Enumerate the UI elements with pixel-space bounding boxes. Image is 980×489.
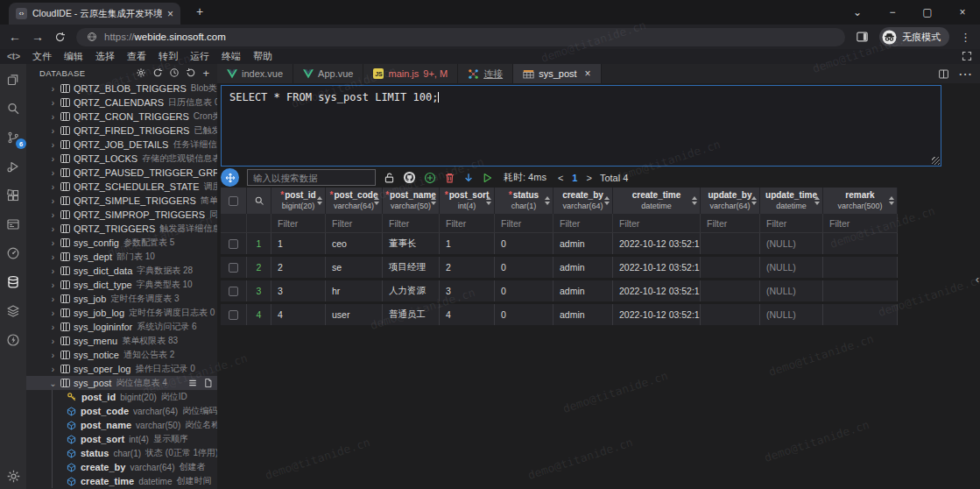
column-header-create_time[interactable]: create_time datetime xyxy=(613,188,701,214)
tree-column-create_time[interactable]: create_time datetime 创建时间 xyxy=(26,474,217,488)
github-icon[interactable] xyxy=(403,171,416,184)
table-row[interactable]: 33hr人力资源30admin2022-10-12 03:52:12(NULL) xyxy=(221,280,898,301)
tree-column-post_id[interactable]: post_id bigint(20) 岗位ID xyxy=(26,390,217,404)
table-row[interactable]: 44user普通员工40admin2022-10-12 03:52:12(NUL… xyxy=(221,304,898,325)
tree-item-sys_notice[interactable]: › sys_notice 通知公告表 2 xyxy=(26,348,217,362)
tree-column-post_sort[interactable]: post_sort int(4) 显示顺序 xyxy=(26,432,217,446)
database-icon[interactable] xyxy=(4,273,22,291)
browser-menu-icon[interactable]: ⋮ xyxy=(960,31,971,44)
tab-main-js[interactable]: JS main.js 9+, M xyxy=(363,64,458,83)
reload-icon[interactable] xyxy=(54,32,66,43)
tree-item-sys_logininfor[interactable]: › sys_logininfor 系统访问记录 6 xyxy=(26,320,217,334)
table-row[interactable]: 11ceo董事长10admin2022-10-12 03:52:12(NULL) xyxy=(221,233,898,254)
delete-row-icon[interactable] xyxy=(444,172,455,184)
cell-post_name[interactable]: 普通员工 xyxy=(383,304,440,325)
sort-icon[interactable] xyxy=(751,196,757,205)
search-input[interactable] xyxy=(247,169,376,186)
explorer-icon[interactable] xyxy=(4,71,22,89)
cell-post_name[interactable]: 董事长 xyxy=(383,233,440,254)
cell-post_sort[interactable]: 3 xyxy=(440,280,495,301)
run-debug-icon[interactable] xyxy=(4,158,22,175)
tree-item-sys_job[interactable]: › sys_job 定时任务调度表 3 xyxy=(26,292,217,306)
menu-item-edit[interactable]: 编辑 xyxy=(58,50,89,63)
menu-item-terminal[interactable]: 终端 xyxy=(215,50,247,63)
filter-input-create_time[interactable]: Filter xyxy=(613,214,701,233)
column-header-status[interactable]: *status char(1) xyxy=(495,188,553,214)
column-header-post_code[interactable]: *post_code varchar(64) xyxy=(326,188,383,214)
run-query-icon[interactable] xyxy=(482,172,493,184)
webview-icon[interactable] xyxy=(4,216,22,233)
cell-post_id[interactable]: 1 xyxy=(271,233,326,254)
add-connection-icon[interactable]: + xyxy=(202,67,209,80)
sidebar-gear-icon[interactable] xyxy=(136,67,146,78)
sort-icon[interactable] xyxy=(604,196,610,205)
tab-index-vue[interactable]: index.vue xyxy=(217,64,293,83)
column-header-update_by[interactable]: update_by varchar(64) xyxy=(701,188,760,214)
tree-item-sys_job_log[interactable]: › sys_job_log 定时任务调度日志表 0 xyxy=(26,306,217,320)
sort-icon[interactable] xyxy=(545,196,550,205)
close-icon[interactable]: × xyxy=(585,67,591,80)
row-select-cell[interactable] xyxy=(221,304,247,325)
cell-post_id[interactable]: 4 xyxy=(271,304,326,325)
filter-input-post_id[interactable]: Filter xyxy=(271,214,326,233)
download-icon[interactable] xyxy=(463,172,474,184)
tree-column-post_name[interactable]: post_name varchar(50) 岗位名称 xyxy=(26,418,217,432)
tree-item-sys_dict_type[interactable]: › sys_dict_type 字典类型表 10 xyxy=(26,278,217,292)
row-select-cell[interactable] xyxy=(221,280,247,301)
tab-app-vue[interactable]: App.vue xyxy=(293,64,363,83)
close-icon[interactable]: × xyxy=(167,8,173,20)
tree-item-QRTZ_FIRED_TRIGGERS[interactable]: › QRTZ_FIRED_TRIGGERS 已触发的触... xyxy=(26,124,217,138)
tree-item-QRTZ_SIMPROP_TRIGGERS[interactable]: › QRTZ_SIMPROP_TRIGGERS 同步机... xyxy=(26,208,217,222)
cell-post_code[interactable]: ceo xyxy=(326,233,383,254)
next-page-icon[interactable]: > xyxy=(586,173,591,183)
cell-post_code[interactable]: se xyxy=(326,257,383,278)
checkbox[interactable] xyxy=(229,239,238,249)
row-select-cell[interactable] xyxy=(221,233,247,254)
tree-item-QRTZ_SCHEDULER_STATE[interactable]: › QRTZ_SCHEDULER_STATE 调度器状... xyxy=(26,180,217,194)
cell-post_sort[interactable]: 4 xyxy=(440,304,495,325)
column-header-post_sort[interactable]: *post_sort int(4) xyxy=(440,188,495,214)
cell-create_by[interactable]: admin xyxy=(553,257,613,278)
cell-create_by[interactable]: admin xyxy=(553,280,613,301)
sort-icon[interactable] xyxy=(374,196,379,205)
select-all-cell[interactable] xyxy=(221,188,247,214)
tree-item-QRTZ_LOCKS[interactable]: › QRTZ_LOCKS 存储的悲观锁信息表 2 xyxy=(26,152,217,166)
back-icon[interactable]: ← xyxy=(9,31,21,43)
filter-input-post_sort[interactable]: Filter xyxy=(440,214,495,233)
cell-status[interactable]: 0 xyxy=(495,280,553,301)
row-select-cell[interactable] xyxy=(221,257,247,278)
cell-status[interactable]: 0 xyxy=(495,233,553,254)
window-minimize-icon[interactable]: − xyxy=(875,0,910,25)
cell-post_sort[interactable]: 1 xyxy=(440,233,495,254)
cell-remark[interactable] xyxy=(823,233,898,254)
menu-item-help[interactable]: 帮助 xyxy=(247,50,278,63)
tree-item-QRTZ_JOB_DETAILS[interactable]: › QRTZ_JOB_DETAILS 任务详细信息... xyxy=(26,138,217,152)
cell-post_code[interactable]: user xyxy=(326,304,383,325)
lightning-icon[interactable] xyxy=(4,331,22,349)
tree-item-sys_menu[interactable]: › sys_menu 菜单权限表 83 xyxy=(26,334,217,348)
menu-item-selection[interactable]: 选择 xyxy=(89,50,121,63)
sort-icon[interactable] xyxy=(486,196,491,205)
sort-icon[interactable] xyxy=(814,196,820,205)
tree-item-sys_config[interactable]: › sys_config 参数配置表 5 xyxy=(26,236,217,250)
add-row-icon[interactable] xyxy=(424,172,436,184)
forward-icon[interactable]: → xyxy=(32,31,44,43)
filter-input-create_by[interactable]: Filter xyxy=(553,214,613,233)
row-search-cell[interactable] xyxy=(247,188,271,214)
cell-remark[interactable] xyxy=(823,304,898,325)
filter-input-update_by[interactable]: Filter xyxy=(701,214,760,233)
cell-update_by[interactable] xyxy=(701,280,760,301)
sort-icon[interactable] xyxy=(431,196,436,205)
cell-create_time[interactable]: 2022-10-12 03:52:12 xyxy=(613,233,701,254)
window-close-icon[interactable]: × xyxy=(945,0,980,25)
filter-input-post_code[interactable]: Filter xyxy=(326,214,383,233)
sql-editor[interactable]: SELECT * FROM sys_post LIMIT 100; xyxy=(221,85,941,167)
split-screen-icon[interactable] xyxy=(856,31,869,43)
tab-sys-post[interactable]: sys_post × xyxy=(513,64,601,83)
timer-icon[interactable] xyxy=(4,244,22,262)
tree-column-create_by[interactable]: create_by varchar(64) 创建者 xyxy=(26,460,217,474)
menu-item-view[interactable]: 查看 xyxy=(121,50,152,63)
list-icon[interactable] xyxy=(187,378,198,388)
checkbox[interactable] xyxy=(229,263,238,273)
tab-connection[interactable]: 连接 xyxy=(458,64,513,83)
